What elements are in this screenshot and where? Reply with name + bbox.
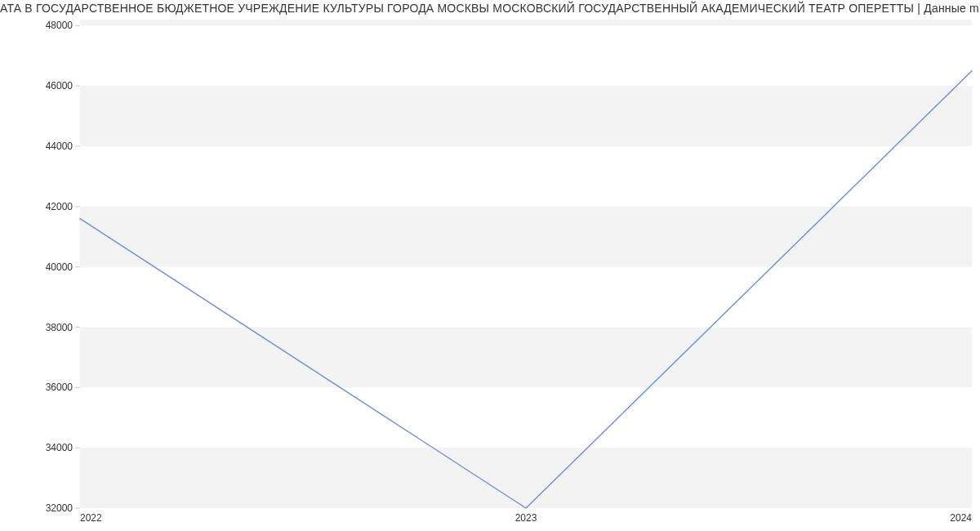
- grid-band: [80, 328, 972, 388]
- y-tick-label: 46000: [46, 80, 74, 91]
- y-tick-label: 48000: [46, 20, 74, 31]
- y-tick-label: 40000: [46, 261, 74, 273]
- y-tick-label: 32000: [46, 502, 74, 514]
- chart-title: АТА В ГОСУДАРСТВЕННОЕ БЮДЖЕТНОЕ УЧРЕЖДЕН…: [0, 0, 980, 16]
- chart-svg: 3200034000360003800040000420004400046000…: [0, 16, 980, 531]
- x-tick-label: 2024: [950, 512, 972, 524]
- y-tick-label: 38000: [46, 322, 74, 333]
- grid-band: [80, 448, 972, 508]
- y-tick-label: 44000: [46, 141, 74, 152]
- grid-band: [80, 207, 972, 267]
- y-tick-label: 36000: [46, 382, 74, 393]
- x-tick-label: 2022: [80, 512, 102, 524]
- grid-band: [80, 20, 972, 25]
- y-tick-label: 34000: [46, 442, 74, 453]
- grid-band: [80, 86, 972, 146]
- x-tick-label: 2023: [515, 512, 537, 524]
- y-tick-label: 42000: [46, 201, 74, 212]
- chart-area: 3200034000360003800040000420004400046000…: [0, 16, 980, 531]
